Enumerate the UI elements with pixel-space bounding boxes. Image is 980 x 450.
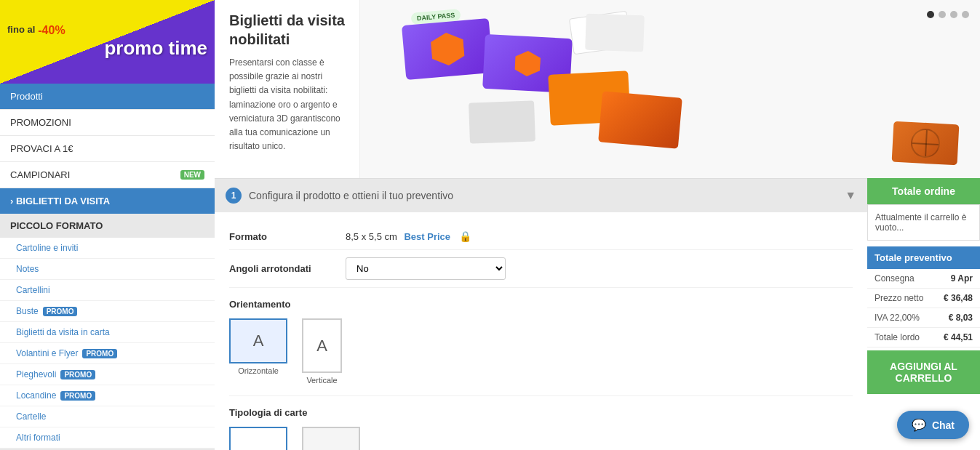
- formato-label: Formato: [229, 231, 346, 242]
- sidebar-subitem-cartellini[interactable]: Cartellini: [0, 280, 215, 301]
- consegna-row: Consegna 9 Apr: [867, 269, 980, 289]
- iva-label: IVA 22,00%: [875, 313, 920, 323]
- chat-button[interactable]: 💬 Chat: [897, 411, 969, 439]
- iva-value: € 8,03: [949, 313, 973, 323]
- aggiungi-al-carrello-button[interactable]: AGGIUNGI AL CARRELLO: [867, 350, 980, 394]
- tipologia-options: Standard Plastificate: [229, 427, 853, 450]
- prezzo-netto-value: € 36,48: [944, 293, 973, 303]
- sidebar-item-biglietti-da-visita[interactable]: › BIGLIETTI DA VISITA: [0, 188, 215, 214]
- badge-promo-pieghevoli: PROMO: [60, 370, 95, 379]
- lock-icon: 🔒: [459, 230, 471, 242]
- sidebar-item-prodotti[interactable]: Prodotti: [0, 84, 215, 110]
- orizzontale-label: Orizzontale: [238, 366, 279, 375]
- promo-banner[interactable]: fino al -40% promo time: [0, 0, 215, 84]
- orientamento-label: Orientamento: [229, 299, 853, 310]
- sidebar-subitem-cartoline[interactable]: Cartoline e inviti: [0, 238, 215, 259]
- config-body: Formato 8,5 x 5,5 cm Best Price 🔒 Angoli…: [215, 212, 867, 450]
- tipologia-plastificate[interactable]: Plastificate: [302, 427, 360, 450]
- best-price-label: Best Price: [404, 231, 450, 242]
- sidebar-subitem-pieghevoli[interactable]: Pieghevoli PROMO: [0, 364, 215, 385]
- main-content: Biglietti da visita nobilitati Presentar…: [215, 0, 980, 450]
- config-header[interactable]: 1 Configura il prodotto e ottieni il tuo…: [215, 178, 867, 212]
- card-gray-2: [469, 100, 535, 143]
- chat-label: Chat: [932, 419, 955, 431]
- product-title: Biglietti da visita nobilitati: [229, 11, 345, 49]
- consegna-label: Consegna: [875, 273, 915, 284]
- sidebar-subitem-notes[interactable]: Notes: [0, 259, 215, 280]
- angoli-row: Angoli arrotondati No Sì: [229, 250, 853, 288]
- angoli-label: Angoli arrotondati: [229, 263, 346, 274]
- tipologia-section: Tipologia di carte Standard Plastificate: [229, 396, 853, 450]
- sidebar-subitem-volantini[interactable]: Volantini e Flyer PROMO: [0, 343, 215, 364]
- orientamento-section: Orientamento A Orizzontale A Verticale: [229, 288, 853, 396]
- promo-percentage: -40%: [38, 24, 65, 37]
- sidebar-item-campionari[interactable]: CAMPIONARI NEW: [0, 162, 215, 188]
- sidebar-subitem-buste[interactable]: Buste PROMO: [0, 301, 215, 322]
- angoli-select[interactable]: No Sì: [346, 257, 506, 280]
- right-panel: Totale ordine Attualmente il carrello è …: [867, 178, 980, 450]
- config-title: Configura il prodotto e ottieni il tuo p…: [249, 190, 453, 201]
- badge-promo-buste: PROMO: [43, 307, 78, 316]
- promo-time-text: promo time: [104, 37, 207, 60]
- prezzo-netto-row: Prezzo netto € 36,48: [867, 289, 980, 308]
- orientation-orizzontale[interactable]: A Orizzontale: [229, 318, 287, 385]
- sidebar-subitem-cartelle[interactable]: Cartelle: [0, 406, 215, 427]
- consegna-value: 9 Apr: [951, 273, 973, 284]
- card-basketball: [892, 121, 960, 166]
- formato-row: Formato 8,5 x 5,5 cm Best Price 🔒: [229, 223, 853, 250]
- sidebar-subitem-altri-formati[interactable]: Altri formati: [0, 427, 215, 449]
- product-description: Presentarsi con classe è possibile grazi…: [229, 56, 345, 153]
- carrello-vuoto-text: Attualmente il carrello è vuoto...: [867, 204, 980, 241]
- sidebar-subitem-biglietti-carta[interactable]: Biglietti da visita in carta: [0, 322, 215, 343]
- prezzo-netto-label: Prezzo netto: [875, 293, 923, 303]
- config-area: 1 Configura il prodotto e ottieni il tuo…: [215, 178, 980, 450]
- sidebar: fino al -40% promo time Prodotti PROMOZI…: [0, 0, 215, 450]
- product-info: Biglietti da visita nobilitati Presentar…: [215, 0, 360, 178]
- tipologia-standard[interactable]: Standard: [229, 427, 287, 450]
- totale-lordo-label: Totale lordo: [875, 332, 920, 342]
- sidebar-item-promozioni[interactable]: PROMOZIONI: [0, 110, 215, 136]
- chevron-down-icon: ▼: [845, 189, 856, 202]
- sidebar-subitem-locandine[interactable]: Locandine PROMO: [0, 385, 215, 406]
- orientamento-options: A Orizzontale A Verticale: [229, 318, 853, 385]
- card-purple-1: [402, 18, 493, 80]
- sidebar-item-piccolo-formato[interactable]: PICCOLO FORMATO: [0, 214, 215, 238]
- tipologia-label: Tipologia di carte: [229, 407, 853, 418]
- sidebar-item-provaci[interactable]: PROVACI A 1€: [0, 136, 215, 162]
- product-image: DAILY PASS: [360, 0, 980, 178]
- config-section: 1 Configura il prodotto e ottieni il tuo…: [215, 178, 867, 450]
- totale-preventivo-header: Totale preventivo: [867, 246, 980, 269]
- step-number: 1: [226, 188, 242, 204]
- orientation-verticale[interactable]: A Verticale: [302, 318, 342, 385]
- promo-top-text: fino al: [7, 24, 35, 37]
- totale-ordine-header: Totale ordine: [867, 178, 980, 204]
- chat-icon: 💬: [912, 418, 926, 432]
- badge-new-campionari: NEW: [180, 170, 204, 180]
- verticale-label: Verticale: [306, 376, 337, 385]
- iva-row: IVA 22,00% € 8,03: [867, 308, 980, 328]
- card-orange-2: [598, 91, 682, 148]
- card-gray-1: [585, 14, 645, 52]
- formato-value: 8,5 x 5,5 cm Best Price 🔒: [346, 230, 853, 242]
- badge-promo-volantini: PROMO: [82, 349, 117, 358]
- badge-promo-locandine: PROMO: [60, 391, 95, 401]
- totale-lordo-value: € 44,51: [944, 332, 973, 342]
- totale-lordo-row: Totale lordo € 44,51: [867, 328, 980, 347]
